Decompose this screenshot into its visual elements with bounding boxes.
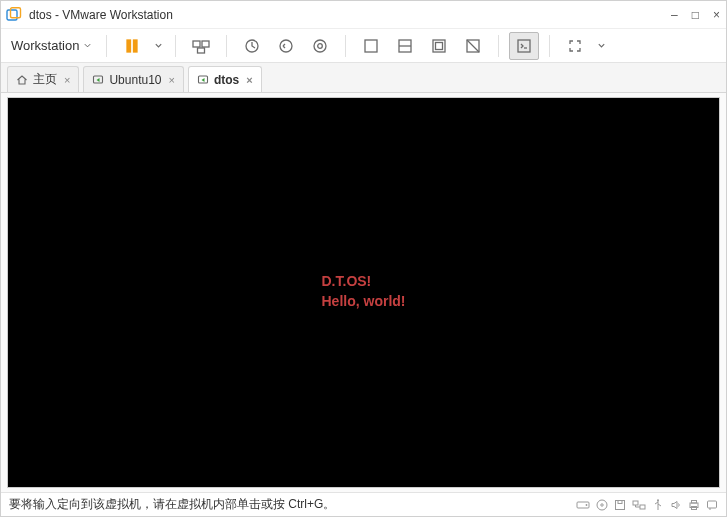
svg-rect-28 bbox=[633, 501, 638, 505]
tab-label: Ubuntu10 bbox=[109, 73, 161, 87]
vm-viewport: D.T.OS! Hello, world! bbox=[1, 93, 726, 492]
svg-rect-32 bbox=[692, 500, 697, 503]
window-controls: – □ × bbox=[671, 8, 720, 22]
svg-point-8 bbox=[280, 40, 292, 52]
separator bbox=[106, 35, 107, 57]
fullscreen-button[interactable] bbox=[560, 32, 590, 60]
minimize-button[interactable]: – bbox=[671, 8, 678, 22]
vm-console[interactable]: D.T.OS! Hello, world! bbox=[7, 97, 720, 488]
tab-ubuntu10[interactable]: Ubuntu10 × bbox=[83, 66, 183, 92]
view-split-button[interactable] bbox=[390, 32, 420, 60]
svg-rect-3 bbox=[134, 40, 138, 52]
caret-down-icon bbox=[83, 38, 92, 53]
hard-disk-icon[interactable] bbox=[576, 499, 590, 511]
separator bbox=[498, 35, 499, 57]
tab-bar: 主页 × Ubuntu10 × dtos × bbox=[1, 63, 726, 93]
view-unity-button[interactable] bbox=[458, 32, 488, 60]
view-single-button[interactable] bbox=[356, 32, 386, 60]
revert-snapshot-button[interactable] bbox=[271, 32, 301, 60]
svg-rect-15 bbox=[436, 42, 443, 49]
svg-rect-34 bbox=[708, 501, 717, 508]
network-icon[interactable] bbox=[632, 499, 646, 511]
separator bbox=[549, 35, 550, 57]
tab-close-button[interactable]: × bbox=[246, 74, 252, 86]
vm-icon bbox=[92, 74, 104, 86]
svg-point-25 bbox=[601, 503, 603, 505]
app-icon bbox=[5, 6, 23, 24]
status-device-icons bbox=[576, 499, 718, 511]
snapshot-button[interactable] bbox=[237, 32, 267, 60]
svg-rect-26 bbox=[616, 500, 625, 509]
title-bar: dtos - VMware Workstation – □ × bbox=[1, 1, 726, 29]
status-bar: 要将输入定向到该虚拟机，请在虚拟机内部单击或按 Ctrl+G。 bbox=[1, 492, 726, 516]
separator bbox=[226, 35, 227, 57]
tab-dtos[interactable]: dtos × bbox=[188, 66, 262, 92]
cd-dvd-icon[interactable] bbox=[596, 499, 608, 511]
console-view-button[interactable] bbox=[509, 32, 539, 60]
printer-icon[interactable] bbox=[688, 499, 700, 511]
separator bbox=[175, 35, 176, 57]
tab-label: 主页 bbox=[33, 71, 57, 88]
svg-rect-5 bbox=[202, 41, 209, 47]
tab-label: dtos bbox=[214, 73, 239, 87]
svg-rect-14 bbox=[433, 40, 445, 52]
tab-close-button[interactable]: × bbox=[168, 74, 174, 86]
send-ctrl-alt-del-button[interactable] bbox=[186, 32, 216, 60]
sound-icon[interactable] bbox=[670, 499, 682, 511]
workstation-menu-label: Workstation bbox=[11, 38, 79, 53]
toolbar: Workstation bbox=[1, 29, 726, 63]
usb-icon[interactable] bbox=[652, 499, 664, 511]
message-log-icon[interactable] bbox=[706, 499, 718, 511]
svg-point-10 bbox=[318, 43, 323, 48]
floppy-icon[interactable] bbox=[614, 499, 626, 511]
svg-point-30 bbox=[657, 499, 659, 501]
svg-rect-11 bbox=[365, 40, 377, 52]
svg-rect-4 bbox=[193, 41, 200, 47]
svg-line-17 bbox=[467, 40, 479, 52]
close-button[interactable]: × bbox=[713, 8, 720, 22]
pause-dropdown-button[interactable] bbox=[151, 32, 165, 60]
svg-point-23 bbox=[586, 504, 588, 506]
home-icon bbox=[16, 74, 28, 86]
separator bbox=[345, 35, 346, 57]
svg-rect-29 bbox=[640, 505, 645, 509]
snapshot-manager-button[interactable] bbox=[305, 32, 335, 60]
pause-vm-button[interactable] bbox=[117, 32, 147, 60]
svg-rect-18 bbox=[518, 40, 530, 52]
svg-point-24 bbox=[597, 500, 607, 510]
status-message: 要将输入定向到该虚拟机，请在虚拟机内部单击或按 Ctrl+G。 bbox=[9, 496, 570, 513]
svg-point-9 bbox=[314, 40, 326, 52]
fullscreen-dropdown-button[interactable] bbox=[594, 32, 608, 60]
tab-close-button[interactable]: × bbox=[64, 74, 70, 86]
vm-console-text: D.T.OS! Hello, world! bbox=[322, 272, 406, 313]
view-thumbnail-button[interactable] bbox=[424, 32, 454, 60]
tab-home[interactable]: 主页 × bbox=[7, 66, 79, 92]
svg-rect-27 bbox=[618, 500, 622, 503]
svg-rect-6 bbox=[198, 48, 205, 53]
svg-rect-2 bbox=[127, 40, 131, 52]
vm-icon bbox=[197, 74, 209, 86]
window-title: dtos - VMware Workstation bbox=[29, 8, 671, 22]
maximize-button[interactable]: □ bbox=[692, 8, 699, 22]
workstation-menu-button[interactable]: Workstation bbox=[7, 36, 96, 55]
